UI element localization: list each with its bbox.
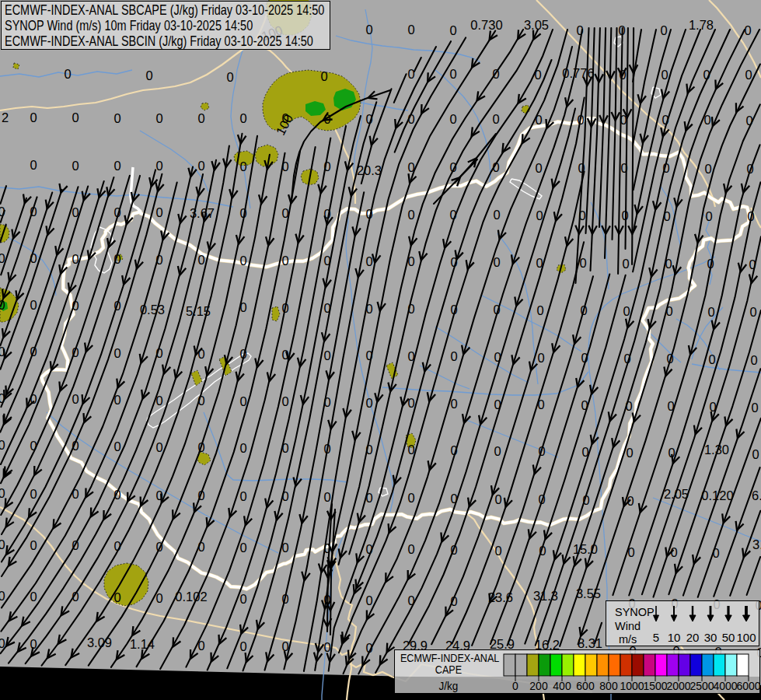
svg-text:0: 0 <box>239 347 246 361</box>
svg-text:0: 0 <box>239 592 246 606</box>
svg-text:0: 0 <box>113 393 120 407</box>
svg-text:0: 0 <box>407 491 414 505</box>
svg-text:0: 0 <box>30 110 37 124</box>
svg-text:0: 0 <box>197 111 204 125</box>
svg-text:0: 0 <box>0 345 5 359</box>
svg-text:0: 0 <box>72 252 79 266</box>
svg-text:0: 0 <box>449 23 456 37</box>
svg-text:0: 0 <box>450 543 457 557</box>
svg-text:0: 0 <box>30 439 37 453</box>
svg-text:0: 0 <box>494 444 501 458</box>
svg-text:0: 0 <box>365 207 372 221</box>
svg-text:0: 0 <box>627 545 634 559</box>
svg-text:0.776: 0.776 <box>562 66 594 80</box>
svg-text:0: 0 <box>407 254 414 268</box>
svg-text:0: 0 <box>239 111 246 125</box>
svg-text:0: 0 <box>668 446 675 460</box>
svg-text:0: 0 <box>712 546 719 560</box>
svg-text:0: 0 <box>323 593 330 607</box>
svg-text:0: 0 <box>407 208 414 222</box>
svg-text:0: 0 <box>155 394 162 408</box>
svg-text:0: 0 <box>239 159 246 173</box>
svg-text:0: 0 <box>744 23 751 37</box>
svg-text:0: 0 <box>494 492 501 506</box>
svg-text:0: 0 <box>323 442 330 456</box>
svg-text:0: 0 <box>577 113 584 127</box>
svg-text:6.: 6. <box>752 488 761 502</box>
svg-text:0: 0 <box>407 67 414 81</box>
svg-text:0: 0 <box>72 590 79 604</box>
svg-text:0: 0 <box>621 208 628 222</box>
svg-text:0: 0 <box>197 488 204 502</box>
svg-text:0: 0 <box>450 397 457 411</box>
svg-text:0: 0 <box>113 299 120 313</box>
svg-text:0: 0 <box>750 353 757 367</box>
svg-text:0: 0 <box>323 254 330 268</box>
svg-text:0: 0 <box>365 641 372 655</box>
svg-text:0: 0 <box>72 487 79 501</box>
svg-text:0: 0 <box>618 23 625 37</box>
svg-text:0: 0 <box>407 349 414 363</box>
svg-text:0: 0 <box>113 539 120 553</box>
svg-text:0: 0 <box>407 443 414 457</box>
svg-text:0: 0 <box>493 208 500 222</box>
svg-text:0: 0 <box>493 303 500 317</box>
svg-text:0: 0 <box>661 68 668 82</box>
svg-text:0: 0 <box>365 593 372 607</box>
svg-text:0: 0 <box>580 303 587 317</box>
svg-text:0: 0 <box>536 303 543 317</box>
svg-text:0: 0 <box>30 298 37 312</box>
svg-text:0: 0 <box>323 207 330 221</box>
svg-text:0: 0 <box>492 112 499 126</box>
svg-text:0: 0 <box>538 444 545 458</box>
svg-text:0: 0 <box>113 252 120 266</box>
svg-text:0: 0 <box>323 541 330 555</box>
svg-text:0: 0 <box>536 208 543 222</box>
svg-text:0: 0 <box>155 540 162 554</box>
svg-text:0: 0 <box>155 205 162 219</box>
svg-text:0: 0 <box>670 545 677 559</box>
svg-text:0: 0 <box>113 488 120 502</box>
svg-text:0: 0 <box>0 251 5 265</box>
svg-text:0: 0 <box>662 113 668 127</box>
svg-text:0: 0 <box>576 23 583 37</box>
svg-text:1.14: 1.14 <box>130 637 155 651</box>
svg-text:0: 0 <box>578 208 585 222</box>
svg-text:0: 0 <box>239 206 246 220</box>
svg-text:0: 0 <box>449 67 456 81</box>
svg-text:0: 0 <box>30 637 37 651</box>
svg-text:0: 0 <box>492 67 499 81</box>
svg-text:0: 0 <box>72 299 79 313</box>
svg-text:0.730: 0.730 <box>470 18 502 32</box>
svg-text:0: 0 <box>281 639 288 653</box>
svg-text:3.55: 3.55 <box>576 586 601 600</box>
svg-text:0: 0 <box>450 492 457 506</box>
svg-text:23.6: 23.6 <box>488 590 513 604</box>
svg-text:0: 0 <box>239 254 246 268</box>
svg-text:0: 0 <box>365 348 372 362</box>
svg-text:0: 0 <box>745 114 752 128</box>
svg-text:0: 0 <box>625 399 632 413</box>
svg-text:0: 0 <box>155 346 162 360</box>
svg-text:0: 0 <box>281 592 288 606</box>
svg-text:0: 0 <box>0 438 5 452</box>
svg-text:0: 0 <box>0 636 5 650</box>
svg-text:0: 0 <box>0 589 5 603</box>
svg-text:0: 0 <box>745 68 752 82</box>
svg-text:0: 0 <box>746 162 753 176</box>
svg-text:0: 0 <box>709 400 716 414</box>
svg-text:0: 0 <box>197 440 204 454</box>
svg-text:0: 0 <box>197 540 204 554</box>
svg-text:0: 0 <box>494 397 501 411</box>
svg-text:0: 0 <box>407 23 414 37</box>
svg-text:0: 0 <box>703 113 710 127</box>
svg-text:0: 0 <box>365 302 372 316</box>
svg-text:0: 0 <box>30 392 37 406</box>
svg-text:0: 0 <box>155 488 162 502</box>
svg-text:0: 0 <box>155 253 162 267</box>
svg-text:0: 0 <box>365 112 372 126</box>
svg-text:0: 0 <box>450 255 457 269</box>
svg-text:0: 0 <box>365 396 372 410</box>
svg-text:0: 0 <box>623 352 630 366</box>
svg-text:0: 0 <box>113 439 120 453</box>
